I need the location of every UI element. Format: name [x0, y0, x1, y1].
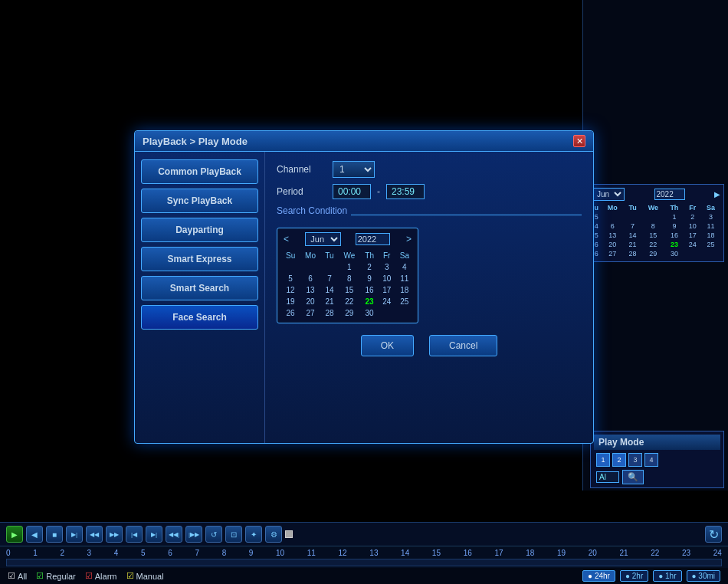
period-separator: -: [377, 186, 380, 197]
dialog-close-button[interactable]: ✕: [573, 135, 585, 147]
mini-col-mo: Mo: [601, 203, 623, 212]
sidebar: Common PlayBack Sync PlayBack Dayparting…: [135, 152, 265, 443]
timeline-marks: 0 1 2 3 4 5 6 7 8 9 10 11 12 13 14 15 16…: [6, 549, 722, 557]
dialog-title: PlayBack > Play Mode: [143, 136, 248, 147]
all-check[interactable]: ☑: [8, 571, 15, 581]
channel-label: Channel: [277, 164, 326, 175]
regular-check[interactable]: ☑: [36, 571, 44, 581]
calendar: < JanFebMar AprMayJun JulAugSep OctNovDe…: [277, 228, 418, 323]
legend-left: ☑ All ☑ Regular ☑ Alarm ☑ Manual: [8, 571, 164, 581]
mini-col-th: Th: [664, 203, 684, 212]
camera-button[interactable]: ⚙: [265, 526, 282, 543]
regular-label: Regular: [46, 572, 76, 581]
alarm-check[interactable]: ☑: [85, 571, 93, 581]
transport-bar: ▶ ◀ ■ ▶| ◀◀ ▶▶ |◀ ▶| ◀◀| |▶▶ ↺ ⊡ ✦ ⚙ ↻: [0, 523, 728, 546]
main-content: Channel 1 2 3 4 Period - Search Conditio…: [265, 152, 593, 443]
legend-alarm: ☑ Alarm: [85, 571, 117, 581]
search-condition-row: Search Condition: [277, 205, 582, 224]
dialog-title-bar: PlayBack > Play Mode ✕: [135, 131, 593, 152]
mini-col-we: We: [641, 203, 664, 212]
next-rec-button[interactable]: |▶▶: [185, 526, 202, 543]
cancel-button[interactable]: Cancel: [429, 335, 497, 356]
timeline: 0 1 2 3 4 5 6 7 8 9 10 11 12 13 14 15 16…: [0, 546, 728, 568]
bottom-legend: ☑ All ☑ Regular ☑ Alarm ☑ Manual ● 24hr …: [0, 568, 728, 584]
cal-next-button[interactable]: >: [404, 234, 414, 244]
play-mode-channels: 1 2 3 4: [594, 453, 720, 467]
fast-rev-button[interactable]: ◀◀: [86, 526, 103, 543]
channel-btn-2[interactable]: 2: [612, 453, 626, 467]
col-su: Su: [281, 250, 300, 261]
cal-week-2: 5 6 7 8 9 10 11: [281, 273, 414, 284]
sidebar-item-smart-search[interactable]: Smart Search: [141, 276, 258, 300]
timeline-bar[interactable]: [6, 559, 722, 566]
aspect-button[interactable]: ⊡: [225, 526, 242, 543]
play-mode-search-button[interactable]: 🔍: [622, 470, 644, 484]
search-condition-label: Search Condition: [277, 205, 347, 216]
play-mode-input[interactable]: [596, 471, 619, 483]
step-fwd-button[interactable]: ▶|: [66, 526, 83, 543]
ok-button[interactable]: OK: [361, 335, 414, 356]
mini-week-1: 5 1 2 3: [592, 212, 720, 221]
alarm-label: Alarm: [95, 572, 117, 581]
stop-button[interactable]: ■: [46, 526, 63, 543]
prev-rec-button[interactable]: ◀◀|: [166, 526, 182, 543]
fast-fwd-button[interactable]: ▶▶: [106, 526, 123, 543]
condition-divider: [351, 215, 582, 215]
zoom-24hr-button[interactable]: ● 24hr: [582, 570, 615, 582]
mini-col-fr: Fr: [684, 203, 701, 212]
prev-button[interactable]: ◀: [26, 526, 43, 543]
sidebar-item-dayparting[interactable]: Dayparting: [141, 218, 258, 242]
cal-header: < JanFebMar AprMayJun JulAugSep OctNovDe…: [281, 232, 414, 246]
zoom-2hr-button[interactable]: ● 2hr: [620, 570, 648, 582]
zoom-30min-button[interactable]: ● 30mi: [687, 570, 721, 582]
channel-btn-1[interactable]: 1: [596, 453, 610, 467]
mini-cal-year-input[interactable]: [654, 189, 685, 200]
all-label: All: [18, 572, 27, 581]
mini-cal-month-select[interactable]: Jun: [592, 188, 625, 201]
mini-col-sa: Sa: [701, 203, 720, 212]
sidebar-item-face-search[interactable]: Face Search: [141, 305, 258, 330]
col-we: We: [338, 250, 360, 261]
cal-month-select[interactable]: JanFebMar AprMayJun JulAugSep OctNovDec: [305, 232, 341, 246]
cal-week-1: 1 2 3 4: [281, 261, 414, 273]
mini-week-3: 5 13 14 15 16 17 18: [592, 231, 720, 240]
dialog: PlayBack > Play Mode ✕ Common PlayBack S…: [134, 130, 594, 444]
sidebar-item-common-playback[interactable]: Common PlayBack: [141, 159, 258, 184]
record-indicator: [285, 530, 293, 538]
sidebar-item-smart-express[interactable]: Smart Express: [141, 247, 258, 271]
mini-calendar-grid: u Mo Tu We Th Fr Sa 5 1 2 3 4 6: [592, 203, 720, 258]
mini-cal-next[interactable]: ▶: [714, 190, 720, 198]
mini-col-tu: Tu: [624, 203, 641, 212]
col-mo: Mo: [300, 250, 321, 261]
channel-select[interactable]: 1 2 3 4: [333, 161, 375, 178]
period-end-input[interactable]: [386, 184, 425, 199]
mini-week-4: 6 20 21 22 23 24 25: [592, 240, 720, 249]
channel-row: Channel 1 2 3 4: [277, 161, 582, 178]
play-mode-row: 🔍: [594, 470, 720, 484]
legend-all: ☑ All: [8, 571, 27, 581]
tools-button[interactable]: ✦: [245, 526, 262, 543]
manual-check[interactable]: ☑: [126, 571, 134, 581]
legend-regular: ☑ Regular: [36, 571, 76, 581]
mini-calendar: Jun ▶ u Mo Tu We Th Fr Sa 5 1 2: [588, 184, 724, 262]
sidebar-item-sync-playback[interactable]: Sync PlayBack: [141, 189, 258, 213]
refresh-button[interactable]: ↺: [205, 526, 222, 543]
layout-button[interactable]: ↻: [705, 526, 722, 543]
cal-prev-button[interactable]: <: [281, 234, 291, 244]
period-start-input[interactable]: [333, 184, 371, 199]
manual-label: Manual: [136, 572, 164, 581]
next-frame-button[interactable]: ▶|: [146, 526, 162, 543]
col-th: Th: [361, 250, 379, 261]
cal-year-input[interactable]: [356, 233, 390, 245]
play-button[interactable]: ▶: [6, 526, 23, 543]
channel-btn-4[interactable]: 4: [644, 453, 658, 467]
col-tu: Tu: [321, 250, 338, 261]
cal-week-4: 19 20 21 22 23 24 25: [281, 296, 414, 307]
zoom-1hr-button[interactable]: ● 1hr: [653, 570, 681, 582]
prev-frame-button[interactable]: |◀: [126, 526, 143, 543]
col-fr: Fr: [379, 250, 395, 261]
legend-right: ● 24hr ● 2hr ● 1hr ● 30mi: [582, 570, 720, 582]
mini-week-2: 4 6 7 8 9 10 11: [592, 221, 720, 231]
channel-btn-3[interactable]: 3: [628, 453, 642, 467]
dialog-footer: OK Cancel: [277, 323, 582, 368]
